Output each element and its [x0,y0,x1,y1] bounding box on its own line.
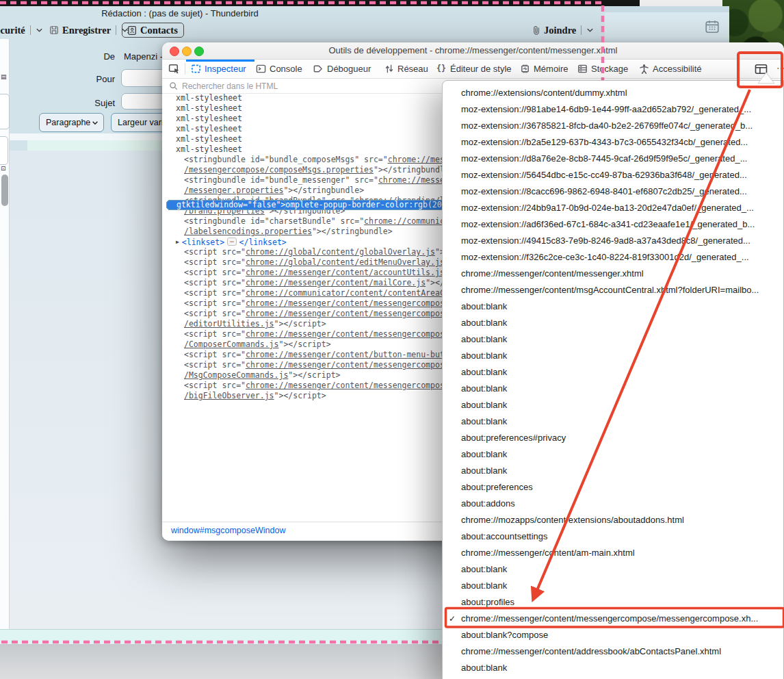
tab-label: Débogueur [327,64,371,74]
contacts-button[interactable]: Contacts [122,23,184,38]
tab--diteur-de-style[interactable]: {}Éditeur de style [436,60,512,78]
frame-menu-item[interactable]: moz-extension://b2a5e129-637b-4343-b7c3-… [443,134,783,151]
chevron-down-icon [92,118,103,127]
frame-menu-item-label: moz-extension://d8a76e2e-8cb8-7445-9caf-… [461,153,747,164]
frame-menu-item[interactable]: moz-extension://24bb9a17-0b9d-024e-ba13-… [443,200,783,216]
frame-menu-item[interactable]: about:preferences [443,479,783,496]
expand-arrow-icon[interactable]: ▶ [176,239,179,245]
search-input[interactable] [181,79,443,93]
chevron-down-icon[interactable] [586,27,594,33]
frame-menu-item[interactable]: chrome://messenger/content/messenger.xht… [443,266,783,282]
frame-menu-item-label: about:blank [461,334,507,344]
frame-menu-item-label: moz-extension://ad6f36ed-67c1-684c-a341-… [461,219,755,229]
breadcrumb[interactable]: window#msgcomposeWindow [171,526,285,535]
frame-menu-item[interactable]: moz-extension://f326c2ce-ce3c-1c40-8224-… [443,249,783,266]
frame-menu-item[interactable]: moz-extension://56454dbc-e15c-cc49-87ba-… [443,167,783,183]
markup-line[interactable]: gtktiledwindow="false"> [166,200,286,210]
frame-menu-item[interactable]: moz-extension://981abe14-6db9-1e44-99ff-… [443,101,783,118]
frame-menu-item[interactable]: moz-extension://49415c83-7e9b-8246-9ad8-… [443,233,783,249]
frame-menu-item-label: about:blank [461,350,507,361]
frame-menu-item[interactable]: about:blank [443,315,783,331]
frame-menu-item[interactable]: about:blank [443,348,783,364]
frame-menu-item-label: chrome://messenger/content/msgAccountCen… [461,285,759,295]
from-label: De [82,51,115,62]
divider [30,25,31,35]
devtools-titlebar[interactable]: Outils de développement - chrome://messe… [162,42,784,60]
from-value[interactable]: Mapenzi - [124,51,163,62]
panel-icon[interactable]: ▤ [1,73,7,80]
frame-menu-item-label: moz-extension://24bb9a17-0b9d-024e-ba13-… [461,203,754,213]
tab-stockage[interactable]: Stockage [577,60,628,78]
frame-menu-popup: chrome://extensions/content/dummy.xhtmlm… [442,80,784,679]
compose-titlebar[interactable]: Rédaction : (pas de sujet) - Thunderbird [0,6,605,21]
tab-label: Inspecteur [205,64,246,74]
frame-menu-item[interactable]: about:blank?compose [443,627,783,643]
menubar-strip [0,0,641,6]
tab-m-moire[interactable]: Mémoire [520,60,569,78]
frame-menu-item[interactable]: ✓chrome://messenger/content/messengercom… [443,611,783,627]
frame-menu-item-label: moz-extension://8cacc696-9862-6948-8401-… [461,186,747,196]
save-label: Enregistrer [62,25,111,36]
divider [116,25,116,35]
storage-icon [577,64,588,74]
frame-menu-item-label: about:blank [461,580,507,591]
paragraph-format-select[interactable]: Paragraphe [39,113,104,132]
attach-label: Joindre [544,25,576,36]
security-button[interactable]: Sécurité [0,21,43,39]
frame-menu-item-label: about:blank [461,301,507,311]
gutter-widget[interactable] [0,136,8,165]
tab-r-seau[interactable]: Réseau [384,60,428,78]
attach-button[interactable]: Joindre [532,21,594,39]
ellipsis-toggle[interactable]: ⋯ [227,238,236,246]
frame-menu-item-label: about:blank [461,465,507,476]
subject-label: Sujet [74,98,115,108]
frame-menu-item[interactable]: moz-extension://d8a76e2e-8cb8-7445-9caf-… [443,151,783,167]
frame-menu-item-label: chrome://messenger/content/messengercomp… [461,613,758,624]
tab-inspecteur[interactable]: Inspecteur [191,60,246,78]
chevron-down-icon[interactable] [36,27,43,33]
frame-menu-item-label: about:addons [461,498,515,509]
frame-menu-item[interactable]: about:blank [443,446,783,463]
frame-menu-item[interactable]: chrome://extensions/content/dummy.xhtml [443,85,783,101]
calendar-icon[interactable] [705,19,721,36]
frame-menu-item[interactable]: about:blank [443,364,783,381]
frame-menu-item[interactable]: about:preferences#privacy [443,430,783,446]
devtools-menu-icon[interactable]: ⋯ [776,63,784,73]
frame-menu-item[interactable]: about:blank [443,561,783,578]
window-icon[interactable]: ⊡ [1,165,6,172]
frame-menu-item[interactable]: moz-extension://ad6f36ed-67c1-684c-a341-… [443,216,783,233]
scrollbar-thumb[interactable] [1,175,8,206]
frame-menu-item[interactable]: about:blank [443,397,783,413]
frame-menu-item[interactable]: about:blank [443,298,783,315]
iframe-picker-button[interactable] [752,62,770,76]
side-gutter: ▤ ⊡ [0,39,10,629]
frame-menu-item[interactable]: about:blank [443,331,783,348]
frame-menu-item-label: moz-extension://36785821-8fcb-da40-b2e2-… [461,120,753,131]
frame-menu-item[interactable]: about:blank [443,660,783,676]
frame-menu-item[interactable]: chrome://messenger/content/msgAccountCen… [443,282,783,298]
tab-console[interactable]: Console [256,60,302,78]
address-book-icon [127,25,137,36]
gutter-widget[interactable] [0,94,10,129]
frame-menu-item[interactable]: about:addons [443,496,783,512]
frame-menu-item-label: moz-extension://f326c2ce-ce3c-1c40-8224-… [461,252,749,262]
frame-menu-item-label: moz-extension://981abe14-6db9-1e44-99ff-… [461,104,751,114]
frame-menu-item[interactable]: moz-extension://36785821-8fcb-da40-b2e2-… [443,118,783,134]
frame-menu-item[interactable]: about:accountsettings [443,528,783,545]
frame-menu-item[interactable]: about:blank [443,381,783,397]
frame-menu-item[interactable]: about:blank [443,413,783,430]
frame-menu-item[interactable]: chrome://mozapps/content/extensions/abou… [443,512,783,528]
frame-menu-item[interactable]: about:blank [443,578,783,594]
frame-menu-item[interactable]: chrome://messenger/content/addressbook/a… [443,643,783,660]
frame-menu-item-label: about:profiles [461,597,514,607]
tab-accessibilit-[interactable]: Accessibilité [639,60,702,78]
tab-d-bogueur[interactable]: Débogueur [313,60,371,78]
frame-menu-item[interactable]: moz-extension://8cacc696-9862-6948-8401-… [443,183,783,200]
frame-menu-item-label: chrome://messenger/content/messenger.xht… [461,268,644,279]
frame-menu-item[interactable]: about:profiles [443,594,783,611]
frame-menu-item[interactable]: about:blank [443,463,783,479]
save-button[interactable]: Enregistrer [49,21,129,39]
frame-menu-item[interactable]: chrome://messenger/content/am-main.xhtml [443,545,783,561]
memory-icon [520,64,530,74]
frame-menu-item-label: about:blank [461,367,507,377]
